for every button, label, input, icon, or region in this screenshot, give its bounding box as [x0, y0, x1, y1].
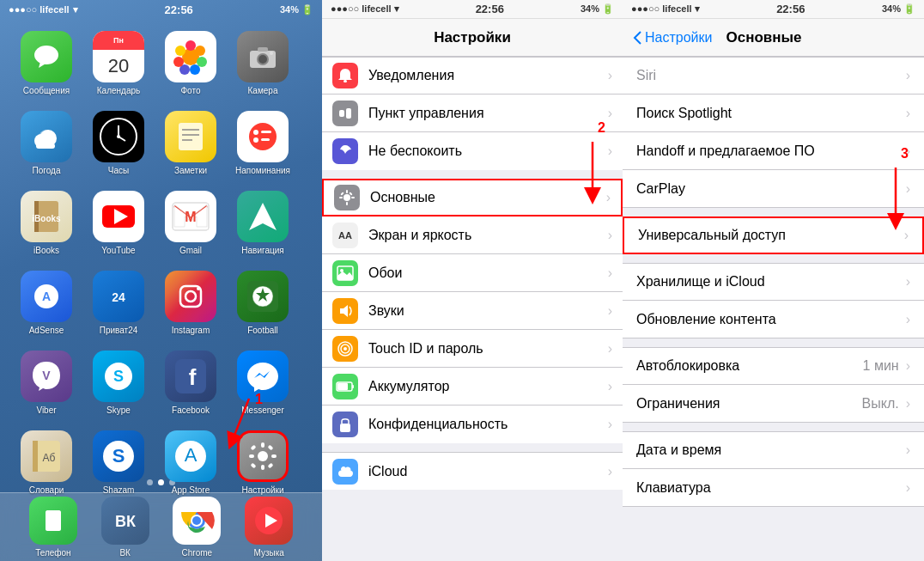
app-reminders[interactable]: Напоминания [232, 111, 294, 175]
clock-label: Часы [108, 166, 129, 175]
app-settings[interactable]: Настройки [232, 430, 294, 495]
app-nav[interactable]: Навигация [232, 191, 294, 255]
app-facebook[interactable]: f Facebook [160, 351, 222, 415]
detail-item-carplay[interactable]: CarPlay › [623, 170, 924, 208]
settings-item-dnd[interactable]: Не беспокоить › [322, 132, 623, 170]
detail-item-accessibility[interactable]: Универсальный доступ › [623, 216, 924, 254]
app-skype[interactable]: S Skype [88, 351, 149, 415]
svg-point-0 [34, 46, 58, 64]
svg-rect-13 [258, 47, 268, 52]
svg-marker-40 [249, 203, 277, 230]
detail-item-autolock[interactable]: Автоблокировка 1 мин › [623, 347, 924, 385]
svg-rect-87 [340, 192, 343, 195]
notifications-label: Уведомления [368, 68, 608, 83]
carplay-label: CarPlay [636, 181, 906, 197]
status-bar-settings: ●●●○○ lifecell ▾ 22:56 34% 🔋 [322, 0, 623, 19]
settings-item-wallpaper[interactable]: Обои › [322, 254, 623, 292]
messenger-label: Messenger [241, 406, 283, 415]
detail-item-spotlight[interactable]: Поиск Spotlight › [623, 95, 924, 132]
app-notes[interactable]: Заметки [160, 111, 222, 175]
messages-label: Сообщения [23, 86, 70, 95]
svg-rect-83 [346, 190, 348, 193]
vk-dock-icon: ВК [101, 497, 149, 545]
settings-item-notifications[interactable]: Уведомления › [322, 57, 623, 95]
settings-item-general[interactable]: Основные › [322, 179, 623, 216]
app-camera[interactable]: Камера [232, 31, 294, 95]
dock-chrome[interactable]: Chrome [173, 497, 221, 558]
facebook-icon-img: f [165, 351, 216, 402]
svg-rect-66 [271, 454, 277, 458]
detail-item-refresh[interactable]: Обновление контента › [623, 301, 924, 338]
settings-battery: 34% 🔋 [581, 3, 614, 15]
svg-point-3 [185, 40, 196, 51]
app-ibooks[interactable]: iBooks iBooks [15, 191, 77, 255]
music-dock-icon [245, 497, 293, 545]
app-shazam[interactable]: S Shazam [88, 430, 149, 495]
settings-item-battery[interactable]: Аккумулятор › [322, 368, 623, 406]
phone-settings: ●●●○○ lifecell ▾ 22:56 34% 🔋 Настройки У… [322, 0, 623, 561]
app-gmail[interactable]: M Gmail [160, 191, 222, 255]
detail-item-keyboard[interactable]: Клавиатура › [623, 469, 924, 507]
settings-item-privacy[interactable]: Конфиденциальность › [322, 406, 623, 443]
calendar-date: 20 [93, 50, 144, 82]
wallpaper-label: Обои [368, 265, 608, 281]
calendar-day: Пн [93, 31, 144, 50]
svg-rect-84 [346, 202, 348, 205]
detail-item-siri[interactable]: Siri › [623, 57, 924, 95]
detail-group-3: Хранилище и iCloud › Обновление контента… [623, 263, 924, 338]
app-adsense[interactable]: A AdSense [15, 271, 77, 335]
app-appstore[interactable]: A App Store [160, 430, 222, 495]
storage-chevron: › [906, 274, 910, 290]
app-weather[interactable]: Погода [15, 111, 77, 175]
battery-icon [332, 374, 358, 399]
status-bar-home: ●●●○○ lifecell ▾ 22:56 34% 🔋 [0, 0, 322, 19]
sounds-chevron: › [608, 303, 612, 319]
detail-item-storage[interactable]: Хранилище и iCloud › [623, 263, 924, 301]
app-slovari[interactable]: Аб Словари [15, 430, 77, 495]
settings-item-sounds[interactable]: Звуки › [322, 292, 623, 330]
detail-item-restrictions[interactable]: Ограничения Выкл. › [623, 385, 924, 423]
back-button[interactable]: Настройки [633, 30, 712, 46]
app-calendar[interactable]: Пн 20 Календарь [88, 31, 149, 95]
autolock-label: Автоблокировка [636, 358, 863, 374]
app-messenger[interactable]: Messenger [232, 351, 294, 415]
svg-rect-79 [343, 80, 347, 82]
app-viber[interactable]: V Viber [15, 351, 77, 415]
viber-icon-img: V [21, 351, 72, 402]
display-icon: AA [332, 223, 358, 248]
app-photos[interactable]: Фото [160, 31, 222, 95]
app-instagram[interactable]: Instagram [160, 271, 222, 335]
settings-item-icloud[interactable]: iCloud › [322, 452, 623, 490]
dock-vk[interactable]: ВК ВК [101, 497, 149, 558]
detail-carrier: ●●●○○ lifecell ▾ [631, 3, 700, 15]
detail-item-datetime[interactable]: Дата и время › [623, 431, 924, 469]
svg-rect-69 [250, 462, 256, 468]
battery-chevron: › [608, 379, 612, 394]
status-right: 34% 🔋 [280, 4, 313, 15]
app-messages[interactable]: Сообщения [15, 31, 77, 95]
general-label: Основные [370, 190, 606, 205]
settings-list: Уведомления › Пункт управления › Не бесп… [322, 57, 623, 561]
app-privat[interactable]: 24 Приват24 [88, 271, 149, 335]
detail-group-2: Универсальный доступ › [623, 216, 924, 254]
skype-label: Skype [106, 406, 131, 415]
svg-rect-68 [267, 444, 273, 450]
reminders-icon-img [237, 111, 289, 162]
settings-gap-2 [322, 443, 623, 452]
app-football[interactable]: Football [232, 271, 294, 335]
settings-item-display[interactable]: AA Экран и яркость › [322, 216, 623, 254]
dock-phone[interactable]: Телефон [29, 497, 77, 558]
app-clock[interactable]: Часы [88, 111, 149, 175]
phone-dock-label: Телефон [35, 548, 70, 558]
notifications-chevron: › [608, 68, 612, 83]
restrictions-chevron: › [906, 396, 910, 412]
restrictions-label: Ограничения [636, 396, 862, 412]
app-youtube[interactable]: YouTube [88, 191, 149, 255]
dock-music[interactable]: Музыка [245, 497, 293, 558]
privat-icon-img: 24 [93, 271, 144, 322]
detail-item-handoff[interactable]: Handoff и предлагаемое ПО › [623, 132, 924, 170]
settings-item-control[interactable]: Пункт управления › [322, 95, 623, 132]
settings-item-touchid[interactable]: Touch ID и пароль › [322, 330, 623, 368]
youtube-icon-img [93, 191, 144, 242]
settings-section-icloud: iCloud › [322, 452, 623, 490]
